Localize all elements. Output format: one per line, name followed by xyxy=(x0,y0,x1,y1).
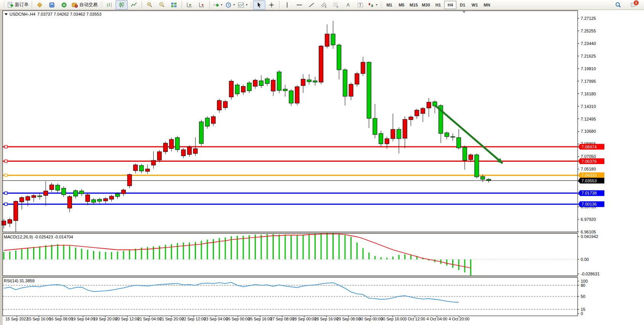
macd-hist-bar xyxy=(339,234,340,259)
indicators-button[interactable]: ▾ xyxy=(211,0,224,10)
level-label-text: 7.00136 xyxy=(581,202,597,206)
macd-hist-bar xyxy=(21,249,22,259)
chart-candles-button[interactable] xyxy=(116,0,128,10)
level-handle[interactable] xyxy=(5,145,7,148)
date-tick-label: 15 Sep 2022 xyxy=(5,317,28,321)
rsi-tick-label: 50 xyxy=(581,294,585,299)
zoom-out-button[interactable] xyxy=(156,0,168,10)
vertical-line-tool[interactable] xyxy=(281,0,293,10)
macd-hist-bar xyxy=(344,235,345,259)
equidistant-channel-icon: E xyxy=(321,2,327,8)
candle-body xyxy=(98,199,102,201)
text-tool[interactable]: A xyxy=(342,0,354,10)
level-handle[interactable] xyxy=(5,174,7,177)
candle-body xyxy=(451,137,455,137)
timeframe-h4-button[interactable]: H4 xyxy=(444,1,456,9)
candle-body xyxy=(38,196,42,196)
candle-body xyxy=(277,72,281,90)
chart-shift-button[interactable] xyxy=(196,0,208,10)
profile-button[interactable] xyxy=(34,0,46,10)
candle-body xyxy=(43,191,48,196)
fibonacci-tool[interactable]: F xyxy=(330,0,342,10)
auto-scroll-button[interactable] xyxy=(183,0,196,10)
timeframe-m15-button[interactable]: M15 xyxy=(408,1,420,9)
svg-text:A: A xyxy=(347,2,350,8)
timeframe-m5-button[interactable]: M5 xyxy=(395,1,408,9)
candle-body xyxy=(373,118,377,134)
crosshair-tool-button[interactable] xyxy=(265,0,278,10)
date-tick-label: 30 Sep 16:00 xyxy=(381,317,405,321)
tile-windows-button[interactable] xyxy=(168,0,180,10)
candle-body xyxy=(331,34,335,45)
candle-body xyxy=(313,81,317,82)
macd-hist-bar xyxy=(183,243,184,259)
chat-bubble-icon: 1 xyxy=(630,2,636,8)
macd-hist-bar xyxy=(381,257,382,259)
macd-hist-bar xyxy=(57,244,58,259)
data-window-button[interactable] xyxy=(46,0,58,10)
templates-button[interactable]: ▾ xyxy=(236,0,249,10)
macd-pane[interactable] xyxy=(3,233,578,276)
macd-hist-bar xyxy=(105,252,106,259)
timeframe-h1-button[interactable]: H1 xyxy=(432,1,444,9)
new-order-button[interactable]: 新订单 xyxy=(6,0,30,10)
navigator-button[interactable] xyxy=(58,0,70,10)
level-label-text: 7.03553 xyxy=(581,179,597,183)
macd-hist-bar xyxy=(201,241,202,259)
svg-text:T: T xyxy=(359,3,362,7)
autotrade-label: 自动交易 xyxy=(79,2,98,8)
macd-hist-bar xyxy=(284,235,286,259)
date-tick-label: 16 Sep 08:00 xyxy=(49,317,73,321)
toolbar-drag-handle[interactable] xyxy=(3,2,5,8)
candle-body xyxy=(355,74,359,84)
search-button[interactable] xyxy=(612,0,624,10)
level-handle[interactable] xyxy=(5,160,7,162)
chart-canvas[interactable]: 7.271257.252557.234407.216257.198107.179… xyxy=(0,10,644,325)
timeframe-m1-button[interactable]: M1 xyxy=(383,1,395,9)
autotrade-button[interactable]: 自动交易 xyxy=(70,0,99,10)
arrows-tool[interactable]: ▾ xyxy=(366,0,379,10)
macd-tick-label: 0.00 xyxy=(581,257,589,262)
zoom-in-button[interactable] xyxy=(143,0,156,10)
timeframe-mn-button[interactable]: MN xyxy=(481,1,493,9)
chart-menu-triangle-icon[interactable] xyxy=(5,13,8,15)
date-tick-label: 3 Oct 12:00 xyxy=(405,317,425,321)
chart-window[interactable]: 7.271257.252557.234407.216257.198107.179… xyxy=(0,10,644,325)
macd-hist-bar xyxy=(27,248,28,259)
timeframe-d1-button[interactable]: D1 xyxy=(456,1,469,9)
date-tick-label: 21 Sep 04:00 xyxy=(138,317,162,321)
candle-body xyxy=(391,129,395,138)
candle-body xyxy=(397,129,401,138)
text-a-icon: A xyxy=(345,2,351,8)
timeframe-m30-button[interactable]: M30 xyxy=(420,1,432,9)
macd-hist-bar xyxy=(470,259,471,275)
chart-bars-button[interactable] xyxy=(103,0,116,10)
candle-body xyxy=(193,149,198,154)
new-order-icon xyxy=(7,2,13,8)
macd-hist-bar xyxy=(267,234,268,259)
periods-button[interactable]: ▾ xyxy=(224,0,236,10)
level-handle[interactable] xyxy=(5,192,7,195)
candle-body xyxy=(169,139,173,148)
candle-body xyxy=(140,166,144,171)
macd-hist-bar xyxy=(273,234,274,259)
macd-hist-bar xyxy=(363,248,364,259)
macd-hist-bar xyxy=(135,249,136,259)
trendline-tool[interactable] xyxy=(305,0,318,10)
level-handle[interactable] xyxy=(5,203,7,206)
date-tick-label: 19 Sep 04:00 xyxy=(71,317,95,321)
text-label-tool[interactable]: T xyxy=(354,0,366,10)
channel-tool[interactable]: E xyxy=(318,0,330,10)
chat-button[interactable]: 1 xyxy=(627,0,639,10)
cursor-tool-button[interactable] xyxy=(253,0,265,10)
chart-line-button[interactable] xyxy=(128,0,140,10)
horizontal-line-tool[interactable] xyxy=(293,0,305,10)
macd-hist-bar xyxy=(177,243,178,259)
timeframe-w1-button[interactable]: W1 xyxy=(469,1,481,9)
candle-body xyxy=(50,185,54,190)
macd-hist-bar xyxy=(147,247,148,259)
price-tick-label: 7.27125 xyxy=(581,16,596,21)
candle-body xyxy=(217,100,222,110)
zoom-out-icon xyxy=(159,2,165,8)
candle-body xyxy=(379,134,383,144)
